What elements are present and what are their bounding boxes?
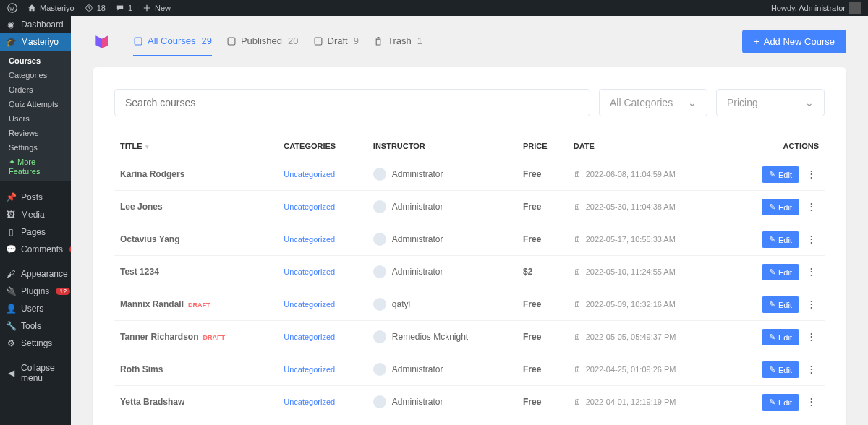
submenu-more-features[interactable]: ✦ More Features	[0, 155, 71, 179]
edit-button[interactable]: ✎Edit	[762, 329, 799, 345]
sidebar-item-dashboard[interactable]: ◉Dashboard	[0, 16, 71, 33]
instructor-avatar-icon	[373, 265, 386, 278]
wp-logo[interactable]	[7, 3, 17, 13]
calendar-icon: 🗓	[574, 202, 582, 211]
svg-rect-3	[315, 38, 322, 45]
instructor-avatar-icon	[373, 363, 386, 376]
category-link[interactable]: Uncategorized	[284, 365, 335, 374]
sidebar-item-plugins[interactable]: 🔌Plugins12	[0, 283, 71, 300]
pencil-icon: ✎	[769, 235, 775, 244]
course-title[interactable]: Lee Jones	[114, 191, 278, 223]
more-actions-button[interactable]: ⋮	[804, 393, 819, 410]
tab-all-courses[interactable]: All Courses29	[133, 27, 212, 56]
category-link[interactable]: Uncategorized	[284, 202, 335, 211]
table-row: Yetta Bradshaw Uncategorized Administrat…	[114, 386, 825, 418]
comments-count[interactable]: 1	[116, 4, 132, 12]
course-title[interactable]: Brandon Banks	[114, 418, 278, 426]
tab-draft[interactable]: Draft9	[313, 27, 359, 56]
more-actions-button[interactable]: ⋮	[804, 263, 819, 280]
edit-button[interactable]: ✎Edit	[762, 231, 799, 248]
course-title[interactable]: Roth Sims	[114, 353, 278, 386]
sidebar-item-appearance[interactable]: 🖌Appearance	[0, 265, 71, 283]
edit-button[interactable]: ✎Edit	[762, 296, 799, 313]
pencil-icon: ✎	[769, 170, 775, 179]
date-value: 2022-04-01, 12:19:19 PM	[586, 398, 676, 406]
more-actions-button[interactable]: ⋮	[804, 231, 819, 247]
pencil-icon: ✎	[769, 300, 775, 309]
submenu-settings[interactable]: Settings	[0, 140, 71, 155]
category-link[interactable]: Uncategorized	[284, 398, 335, 406]
submenu-orders[interactable]: Orders	[0, 82, 71, 97]
sidebar-collapse[interactable]: ◀Collapse menu	[0, 359, 71, 387]
submenu-users[interactable]: Users	[0, 111, 71, 126]
course-title[interactable]: Tanner RichardsonDRAFT	[114, 321, 278, 353]
calendar-icon: 🗓	[574, 300, 582, 309]
sort-icon: ▾	[145, 143, 149, 150]
edit-button[interactable]: ✎Edit	[762, 264, 799, 280]
price: Free	[517, 223, 568, 256]
sidebar-item-pages[interactable]: ▯Pages	[0, 223, 71, 241]
category-link[interactable]: Uncategorized	[284, 235, 335, 244]
course-title[interactable]: Karina Rodgers	[114, 158, 278, 191]
edit-button[interactable]: ✎Edit	[762, 361, 799, 378]
category-link[interactable]: Uncategorized	[284, 267, 335, 276]
date-value: 2022-06-08, 11:04:59 AM	[586, 170, 676, 179]
submenu-quiz-attempts[interactable]: Quiz Attempts	[0, 97, 71, 111]
table-row: Octavius Yang Uncategorized Administrato…	[114, 223, 825, 256]
table-row: Roth Sims Uncategorized Administrator Fr…	[114, 353, 825, 386]
howdy-user[interactable]: Howdy, Administrator	[771, 2, 861, 14]
comments-badge: 1	[69, 246, 71, 253]
submenu-reviews[interactable]: Reviews	[0, 126, 71, 140]
sidebar-item-users[interactable]: 👤Users	[0, 300, 71, 317]
more-actions-button[interactable]: ⋮	[804, 198, 819, 215]
edit-button[interactable]: ✎Edit	[762, 394, 799, 411]
calendar-icon: 🗓	[574, 332, 582, 341]
plus-icon: +	[754, 36, 760, 47]
page-header: All Courses29 Published20 Draft9 Trash1 …	[93, 27, 846, 56]
masteriyo-submenu: Courses Categories Orders Quiz Attempts …	[0, 51, 71, 181]
more-actions-button[interactable]: ⋮	[804, 296, 819, 312]
updates-count[interactable]: 18	[85, 4, 106, 12]
date-value: 2022-05-10, 11:24:55 AM	[586, 267, 676, 276]
table-row: Test 1234 Uncategorized Administrator $2…	[114, 256, 825, 288]
edit-button[interactable]: ✎Edit	[762, 199, 799, 215]
edit-button[interactable]: ✎Edit	[762, 166, 799, 183]
date-value: 2022-04-25, 01:09:26 PM	[586, 365, 676, 374]
status-tabs: All Courses29 Published20 Draft9 Trash1	[133, 27, 422, 56]
new-content[interactable]: New	[142, 4, 171, 12]
submenu-categories[interactable]: Categories	[0, 68, 71, 82]
table-row: Mannix RandallDRAFT Uncategorized qatyl …	[114, 288, 825, 321]
instructor-avatar-icon	[373, 395, 386, 408]
more-actions-button[interactable]: ⋮	[804, 328, 819, 345]
more-actions-button[interactable]: ⋮	[804, 166, 819, 182]
tab-published[interactable]: Published20	[226, 27, 299, 56]
calendar-icon: 🗓	[574, 170, 582, 179]
sidebar-item-media[interactable]: 🖼Media	[0, 206, 71, 223]
sidebar-item-settings[interactable]: ⚙Settings	[0, 335, 71, 352]
add-new-course-button[interactable]: +Add New Course	[742, 30, 846, 53]
site-home[interactable]: Masteriyo	[27, 4, 75, 12]
category-link[interactable]: Uncategorized	[284, 332, 335, 341]
sidebar-item-tools[interactable]: 🔧Tools	[0, 317, 71, 335]
admin-bar: Masteriyo 18 1 New Howdy, Administrator	[0, 0, 868, 16]
price: $2	[517, 256, 568, 288]
categories-filter[interactable]: All Categories⌄	[599, 89, 707, 116]
course-title[interactable]: Octavius Yang	[114, 223, 278, 256]
sidebar-item-posts[interactable]: 📌Posts	[0, 189, 71, 206]
category-link[interactable]: Uncategorized	[284, 300, 335, 309]
course-title[interactable]: Yetta Bradshaw	[114, 386, 278, 418]
course-title[interactable]: Test 1234	[114, 256, 278, 288]
th-title[interactable]: TITLE▾	[114, 134, 278, 158]
pricing-filter[interactable]: Pricing⌄	[716, 89, 825, 116]
submenu-courses[interactable]: Courses	[0, 53, 71, 68]
date-value: 2022-05-17, 10:55:33 AM	[586, 235, 676, 244]
more-actions-button[interactable]: ⋮	[804, 361, 819, 377]
category-link[interactable]: Uncategorized	[284, 170, 335, 179]
sidebar-item-comments[interactable]: 💬Comments1	[0, 241, 71, 258]
sidebar-item-masteriyo[interactable]: 🎓Masteriyo	[0, 33, 71, 51]
date-value: 2022-05-09, 10:32:16 AM	[586, 300, 676, 309]
search-input[interactable]	[114, 89, 590, 116]
tab-trash[interactable]: Trash1	[373, 27, 422, 56]
course-title[interactable]: Mannix RandallDRAFT	[114, 288, 278, 321]
th-date: DATE	[568, 134, 728, 158]
